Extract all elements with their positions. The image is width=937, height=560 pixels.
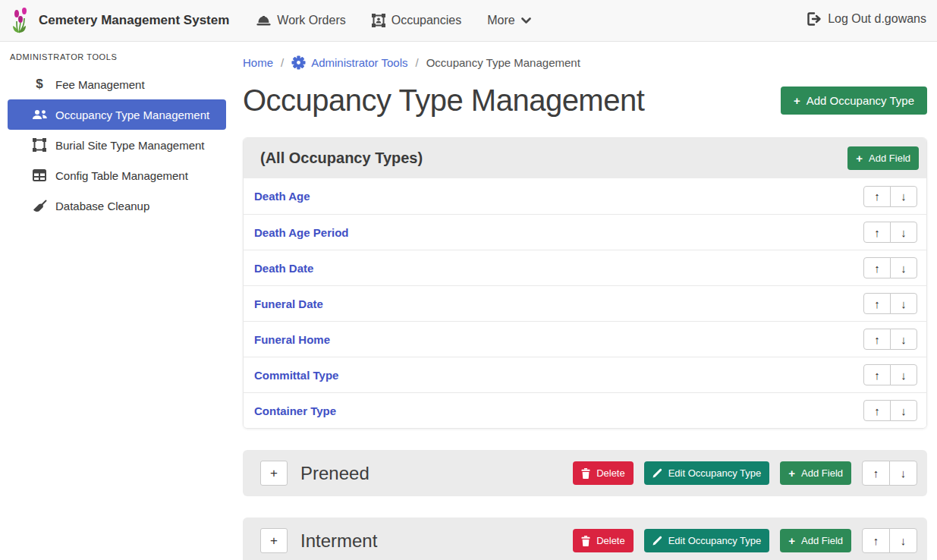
sidebar-item-label: Fee Management	[55, 78, 145, 91]
move-up-button[interactable]: ↑	[863, 400, 891, 421]
edit-occupancy-type-button[interactable]: Edit Occupancy Type	[644, 529, 770, 552]
arrow-up-icon: ↑	[874, 404, 880, 417]
portrait-frame-icon	[372, 14, 385, 27]
breadcrumb-admin-tools-label: Administrator Tools	[311, 56, 407, 69]
edit-occupancy-type-button[interactable]: Edit Occupancy Type	[644, 461, 770, 485]
move-up-button[interactable]: ↑	[863, 293, 891, 314]
move-down-button[interactable]: ↓	[889, 528, 917, 553]
nav-occupancies[interactable]: Occupancies	[372, 14, 462, 27]
arrow-down-icon: ↓	[901, 190, 907, 203]
field-row: Funeral Date ↑ ↓	[244, 285, 926, 321]
field-row: Death Age ↑ ↓	[244, 178, 926, 214]
reorder-buttons: ↑ ↓	[863, 293, 917, 314]
page-title: Occupancy Type Management	[243, 83, 644, 118]
sidebar-item-config-table-management[interactable]: Config Table Management	[8, 160, 226, 190]
nav-more-label: More	[487, 14, 514, 27]
arrow-up-icon: ↑	[874, 226, 880, 239]
add-field-button[interactable]: + Add Field	[847, 146, 919, 170]
arrow-down-icon: ↓	[901, 262, 907, 275]
logout-icon	[807, 12, 822, 26]
plus-icon: +	[788, 467, 795, 479]
expand-button[interactable]: +	[260, 461, 288, 486]
brand-title[interactable]: Cemetery Management System	[39, 13, 229, 28]
sidebar-item-label: Database Cleanup	[55, 200, 149, 212]
occupancy-type-section-interment: + Interment Delete	[243, 518, 927, 560]
broom-icon	[30, 200, 49, 212]
move-up-button[interactable]: ↑	[863, 222, 891, 243]
move-down-button[interactable]: ↓	[890, 329, 917, 350]
field-row: Death Age Period ↑ ↓	[244, 214, 926, 250]
nav-more[interactable]: More	[487, 14, 530, 27]
move-up-button[interactable]: ↑	[863, 329, 891, 350]
table-icon	[30, 169, 49, 181]
field-row: Committal Type ↑ ↓	[244, 357, 926, 392]
breadcrumb-current: Occupancy Type Management	[426, 56, 580, 69]
move-down-button[interactable]: ↓	[890, 293, 917, 314]
breadcrumb-separator: /	[415, 56, 418, 69]
field-link-death-date[interactable]: Death Date	[254, 262, 313, 275]
sidebar-item-fee-management[interactable]: $ Fee Management	[8, 69, 226, 99]
nav-occupancies-label: Occupancies	[391, 14, 462, 27]
move-up-button[interactable]: ↑	[863, 257, 891, 278]
add-occupancy-type-button[interactable]: + Add Occupancy Type	[781, 87, 927, 115]
arrow-up-icon: ↑	[873, 534, 879, 547]
logout-button[interactable]: Log Out d.gowans	[807, 12, 926, 26]
trash-icon	[581, 536, 590, 546]
reorder-buttons: ↑ ↓	[863, 222, 917, 243]
field-link-container-type[interactable]: Container Type	[254, 404, 336, 417]
plus-icon: +	[856, 153, 863, 164]
field-link-funeral-home[interactable]: Funeral Home	[254, 333, 330, 346]
sidebar-item-burial-site-type-management[interactable]: Burial Site Type Management	[8, 130, 226, 160]
nav-work-orders[interactable]: Work Orders	[256, 14, 345, 27]
arrow-down-icon: ↓	[901, 404, 907, 417]
reorder-buttons: ↑ ↓	[863, 257, 917, 278]
move-up-button[interactable]: ↑	[863, 364, 891, 385]
edit-occupancy-type-label: Edit Occupancy Type	[668, 467, 762, 479]
add-field-button[interactable]: + Add Field	[780, 529, 851, 552]
move-down-button[interactable]: ↓	[890, 257, 917, 278]
delete-button[interactable]: Delete	[573, 461, 634, 485]
reorder-buttons: ↑ ↓	[863, 400, 917, 421]
field-row: Funeral Home ↑ ↓	[244, 321, 926, 357]
top-navbar: Cemetery Management System Work Orders	[0, 0, 937, 42]
reorder-buttons: ↑ ↓	[862, 461, 917, 486]
arrow-down-icon: ↓	[901, 369, 907, 382]
move-up-button[interactable]: ↑	[862, 528, 890, 553]
move-down-button[interactable]: ↓	[890, 400, 917, 421]
main-content: Home / Administrator Tool	[234, 42, 937, 560]
field-link-death-age[interactable]: Death Age	[254, 190, 310, 203]
expand-button[interactable]: +	[260, 528, 288, 553]
occupancy-type-section-preneed: + Preneed Delete	[243, 450, 927, 496]
sidebar-item-occupancy-type-management[interactable]: Occupancy Type Management	[8, 99, 226, 130]
pencil-icon	[652, 536, 662, 546]
sidebar-heading: ADMINISTRATOR TOOLS	[0, 48, 234, 69]
delete-button[interactable]: Delete	[573, 529, 634, 552]
arrow-up-icon: ↑	[874, 369, 880, 382]
move-up-button[interactable]: ↑	[863, 186, 891, 207]
move-down-button[interactable]: ↓	[890, 186, 917, 207]
nav-work-orders-label: Work Orders	[277, 14, 345, 27]
arrow-down-icon: ↓	[901, 467, 907, 480]
move-down-button[interactable]: ↓	[890, 364, 917, 385]
move-down-button[interactable]: ↓	[890, 222, 917, 243]
breadcrumb-home-link[interactable]: Home	[243, 56, 273, 69]
field-row: Death Date ↑ ↓	[244, 250, 926, 285]
sidebar-item-database-cleanup[interactable]: Database Cleanup	[8, 190, 226, 221]
move-up-button[interactable]: ↑	[862, 461, 890, 486]
arrow-down-icon: ↓	[901, 333, 907, 346]
section-title: Interment	[300, 530, 377, 552]
arrow-down-icon: ↓	[901, 534, 907, 547]
sidebar-item-label: Config Table Management	[55, 169, 188, 182]
arrow-up-icon: ↑	[874, 333, 880, 346]
sidebar-item-label: Burial Site Type Management	[55, 139, 205, 152]
field-link-death-age-period[interactable]: Death Age Period	[254, 226, 348, 239]
breadcrumb-admin-tools-link[interactable]: Administrator Tools	[291, 55, 407, 70]
delete-label: Delete	[596, 467, 625, 479]
add-field-button[interactable]: + Add Field	[780, 461, 851, 485]
add-occupancy-type-label: Add Occupancy Type	[807, 94, 914, 107]
field-row: Container Type ↑ ↓	[244, 392, 926, 428]
add-field-label: Add Field	[801, 467, 843, 479]
field-link-funeral-date[interactable]: Funeral Date	[254, 297, 323, 310]
move-down-button[interactable]: ↓	[889, 461, 917, 486]
field-link-committal-type[interactable]: Committal Type	[254, 369, 338, 382]
